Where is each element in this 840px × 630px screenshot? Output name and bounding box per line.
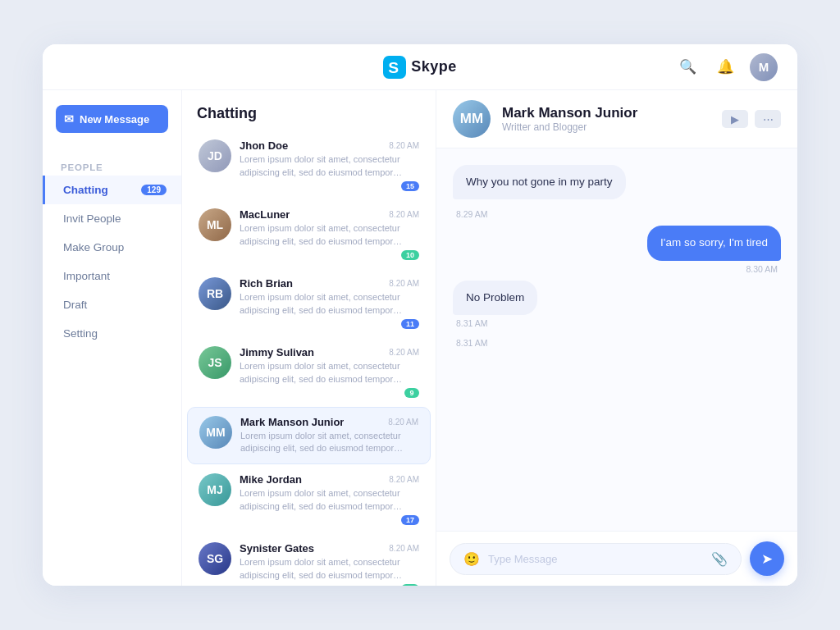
chat-badge-row: 17 (240, 515, 419, 525)
chat-name-row: MacLuner 8.20 AM (240, 208, 419, 221)
message-bubble: No Problem (453, 281, 537, 315)
chat-item-avatar: JS (199, 346, 231, 379)
chat-item-time: 8.20 AM (389, 475, 419, 484)
chat-item-initials: JS (208, 356, 221, 369)
chat-panel: MM Mark Manson Junior Writter and Blogge… (436, 90, 797, 586)
sidebar-item-invit-people[interactable]: Invit People (43, 204, 181, 233)
chat-item-badge: 10 (401, 584, 419, 586)
main-area: ✉ New Message People Chatting 129 Invit … (43, 90, 797, 586)
chat-item-preview: Lorem ipsum dolor sit amet, consectetur … (240, 222, 419, 249)
chat-item[interactable]: MJ Mike Jordan 8.20 AM Lorem ipsum dolor… (187, 465, 431, 533)
chat-badge-row: 10 (240, 250, 419, 260)
chat-header: MM Mark Manson Junior Writter and Blogge… (436, 90, 797, 148)
emoji-icon[interactable]: 🙂 (463, 551, 480, 567)
logo-area: S Skype (383, 56, 457, 79)
video-icon: ▶ (731, 113, 739, 126)
sidebar-item-important[interactable]: Important (43, 262, 181, 290)
attach-icon[interactable]: 📎 (711, 551, 728, 567)
chat-item-info: Rich Brian 8.20 AM Lorem ipsum dolor sit… (240, 277, 419, 329)
message-row: I'am so sorry, I'm tired 8.30 AM (453, 226, 781, 273)
chat-badge-row: 9 (240, 388, 419, 398)
chat-item-initials: SG (207, 552, 223, 565)
chat-item-avatar: RB (199, 277, 231, 310)
chat-name-row: Mike Jordan 8.20 AM (240, 473, 419, 486)
chat-item-avatar: SG (199, 542, 231, 575)
notifications-button[interactable]: 🔔 (712, 54, 738, 80)
chat-list-header: Chatting (182, 90, 436, 130)
messages-area: Why you not gone in my party 8.29 AM I'a… (436, 148, 797, 531)
chat-item-initials: MJ (207, 483, 222, 496)
chat-item-preview: Lorem ipsum dolor sit amet, consectetur … (240, 153, 419, 180)
chat-badge-row: 10 (240, 584, 419, 586)
message-bubble: Why you not gone in my party (453, 165, 626, 199)
chat-name-row: Rich Brian 8.20 AM (240, 277, 419, 290)
chat-item-info: Jhon Doe 8.20 AM Lorem ipsum dolor sit a… (240, 139, 419, 191)
sidebar-label-draft: Draft (63, 299, 87, 311)
search-button[interactable]: 🔍 (674, 54, 701, 80)
chat-item-badge: 10 (401, 250, 419, 260)
sidebar-label-chatting: Chatting (63, 184, 108, 196)
chat-item[interactable]: MM Mark Manson Junior 8.20 AM Lorem ipsu… (187, 407, 431, 465)
chat-item[interactable]: JD Jhon Doe 8.20 AM Lorem ipsum dolor si… (187, 131, 431, 199)
user-avatar-nav[interactable]: M (750, 53, 778, 81)
sidebar-item-setting[interactable]: Setting (43, 319, 181, 348)
new-message-label: New Message (80, 113, 149, 126)
chat-item-time: 8.20 AM (388, 418, 418, 427)
send-button[interactable]: ➤ (750, 541, 784, 576)
nav-icons: 🔍 🔔 M (674, 53, 778, 81)
chat-item-initials: JD (208, 149, 222, 162)
chat-item-preview: Lorem ipsum dolor sit amet, consectetur … (240, 291, 419, 317)
chat-item-name: MacLuner (240, 208, 290, 221)
chat-header-avatar-initials: MM (460, 111, 483, 127)
chat-badge-row: 11 (240, 319, 419, 329)
chat-item-badge: 9 (404, 388, 419, 398)
chat-item-name: Mike Jordan (240, 473, 302, 486)
chat-contact-status: Writter and Blogger (502, 121, 710, 133)
skype-logo-icon: S (383, 56, 406, 79)
message-input[interactable] (488, 553, 703, 565)
app-title: Skype (411, 58, 457, 75)
chatting-badge: 129 (141, 185, 167, 195)
chat-item[interactable]: RB Rich Brian 8.20 AM Lorem ipsum dolor … (187, 269, 431, 337)
chat-item-avatar: MM (199, 416, 232, 449)
sidebar-item-chatting[interactable]: Chatting 129 (43, 176, 181, 204)
chat-item[interactable]: SG Synister Gates 8.20 AM Lorem ipsum do… (187, 534, 431, 586)
send-icon: ➤ (761, 550, 773, 568)
chat-item-time: 8.20 AM (389, 279, 419, 288)
user-avatar-initials: M (759, 60, 769, 74)
more-options-button[interactable]: ⋯ (755, 110, 781, 128)
received-time-label: 8.29 AM (453, 209, 781, 219)
video-call-button[interactable]: ▶ (722, 110, 748, 128)
more-icon: ⋯ (763, 113, 774, 126)
chat-list-scroll[interactable]: JD Jhon Doe 8.20 AM Lorem ipsum dolor si… (182, 130, 436, 586)
svg-text:S: S (388, 59, 399, 76)
chat-item-badge: 17 (401, 515, 419, 525)
chat-input-area: 🙂 📎 ➤ (436, 531, 797, 586)
message-timestamp: 8.29 AM (453, 206, 781, 219)
chat-item[interactable]: ML MacLuner 8.20 AM Lorem ipsum dolor si… (187, 200, 431, 268)
chat-item-avatar: JD (199, 139, 231, 172)
sidebar-item-draft[interactable]: Draft (43, 290, 181, 319)
chat-input-box: 🙂 📎 (450, 543, 742, 575)
chat-item-time: 8.20 AM (389, 141, 419, 150)
chat-contact-name: Mark Manson Junior (502, 105, 710, 121)
chat-item-info: Mike Jordan 8.20 AM Lorem ipsum dolor si… (240, 473, 419, 525)
chat-name-row: Mark Manson Junior 8.20 AM (240, 416, 418, 428)
envelope-icon: ✉ (64, 112, 74, 126)
message-row: No Problem 8.31 AM (453, 281, 781, 328)
chat-item-name: Mark Manson Junior (240, 416, 344, 428)
chat-item-time: 8.20 AM (389, 544, 419, 553)
new-message-button[interactable]: ✉ New Message (56, 105, 168, 133)
chat-item-info: Mark Manson Junior 8.20 AM Lorem ipsum d… (240, 416, 418, 456)
chat-header-actions: ▶ ⋯ (722, 110, 781, 128)
sidebar-label-make-group: Make Group (63, 241, 124, 253)
sidebar-item-make-group[interactable]: Make Group (43, 233, 181, 262)
chat-item[interactable]: JS Jimmy Sulivan 8.20 AM Lorem ipsum dol… (187, 338, 431, 406)
message-bubble: I'am so sorry, I'm tired (647, 226, 781, 260)
message-time: 8.30 AM (742, 264, 781, 274)
chat-item-preview: Lorem ipsum dolor sit amet, consectetur … (240, 487, 419, 514)
chat-item-badge: 15 (401, 181, 419, 191)
chat-item-avatar: ML (199, 208, 231, 241)
chat-item-avatar: MJ (199, 473, 231, 506)
message-row: Why you not gone in my party (453, 165, 781, 199)
